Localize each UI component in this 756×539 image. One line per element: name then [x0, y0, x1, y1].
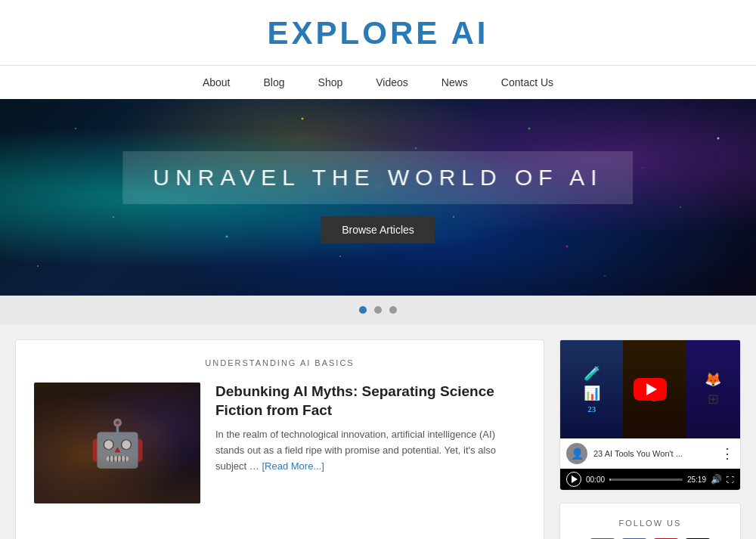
article-text: Debunking AI Myths: Separating Science F… [215, 383, 525, 479]
sidebar: 🧪 📊 23 🧔 🦊 ⊞ [559, 339, 741, 539]
nav-link-blog[interactable]: Blog [247, 66, 302, 99]
browse-articles-button[interactable]: Browse Articles [321, 216, 435, 243]
time-duration: 25:19 [687, 475, 706, 484]
grid-icon: ⊞ [708, 391, 719, 407]
nav-item-news[interactable]: News [425, 66, 485, 99]
nav-link-videos[interactable]: Videos [359, 66, 425, 99]
video-controls: 00:00 25:19 🔊 ⛶ [560, 469, 740, 490]
site-header: EXPLORE AI About Blog Shop Videos News C… [0, 0, 756, 99]
time-current: 00:00 [586, 475, 605, 484]
article-excerpt: In the realm of technological innovation… [215, 427, 525, 474]
section-label: UNDERSTANDING AI BASICS [34, 358, 525, 367]
avatar-icon: 👤 [571, 448, 584, 460]
fullscreen-icon[interactable]: ⛶ [727, 475, 734, 484]
article-title: Debunking AI Myths: Separating Science F… [215, 383, 525, 420]
follow-widget: FOLLOW US ✉ f P ✕ [559, 503, 741, 539]
article-image [34, 383, 200, 503]
play-triangle [646, 383, 657, 395]
play-triangle-icon [572, 475, 578, 483]
nav-item-videos[interactable]: Videos [359, 66, 425, 99]
nav-item-about[interactable]: About [186, 66, 247, 99]
nav-item-blog[interactable]: Blog [247, 66, 302, 99]
video-widget: 🧪 📊 23 🧔 🦊 ⊞ [559, 339, 741, 491]
nav-link-news[interactable]: News [425, 66, 485, 99]
nav-item-shop[interactable]: Shop [302, 66, 360, 99]
main-nav: About Blog Shop Videos News Contact Us [0, 65, 756, 99]
play-button[interactable] [566, 472, 581, 487]
cat-icon: 🦊 [705, 371, 721, 388]
nav-link-about[interactable]: About [186, 66, 247, 99]
nav-link-shop[interactable]: Shop [302, 66, 360, 99]
slider-dot-2[interactable] [374, 306, 382, 314]
channel-avatar: 👤 [566, 443, 587, 464]
chart-icon: 📊 [584, 385, 600, 401]
hero-title: UNRAVEL THE WORLD OF AI [153, 165, 603, 191]
thumb-number: 23 [587, 404, 596, 414]
video-thumb-inner: 🧪 📊 23 🧔 🦊 ⊞ [560, 340, 740, 438]
follow-label: FOLLOW US [575, 519, 725, 528]
thumb-right: 🦊 ⊞ [686, 340, 740, 438]
articles-section: UNDERSTANDING AI BASICS Debunking AI Myt… [15, 339, 544, 539]
slider-dot-3[interactable] [389, 306, 397, 314]
hero-overlay: UNRAVEL THE WORLD OF AI Browse Articles [122, 151, 633, 243]
main-content: UNDERSTANDING AI BASICS Debunking AI Myt… [8, 339, 748, 539]
video-title-bar: 👤 23 AI Tools You Won't ... ⋮ [560, 438, 740, 469]
video-thumbnail: 🧪 📊 23 🧔 🦊 ⊞ [560, 340, 740, 438]
youtube-play-button[interactable] [634, 378, 667, 401]
progress-fill [609, 479, 611, 481]
hero-text-box: UNRAVEL THE WORLD OF AI [122, 151, 633, 204]
nav-link-contact[interactable]: Contact Us [485, 66, 570, 99]
read-more-link[interactable]: [Read More...] [262, 460, 324, 472]
site-title: EXPLORE AI [0, 15, 756, 65]
hero-banner: UNRAVEL THE WORLD OF AI Browse Articles [0, 99, 756, 296]
volume-icon[interactable]: 🔊 [711, 474, 722, 485]
progress-bar[interactable] [609, 479, 683, 481]
slider-dots [0, 296, 756, 324]
nav-item-contact[interactable]: Contact Us [485, 66, 570, 99]
article-card: Debunking AI Myths: Separating Science F… [34, 383, 525, 503]
video-title: 23 AI Tools You Won't ... [593, 448, 714, 459]
slider-dot-1[interactable] [359, 306, 367, 314]
thumb-left: 🧪 📊 23 [560, 340, 623, 438]
flask-icon: 🧪 [584, 365, 600, 382]
video-menu-icon[interactable]: ⋮ [720, 445, 734, 462]
